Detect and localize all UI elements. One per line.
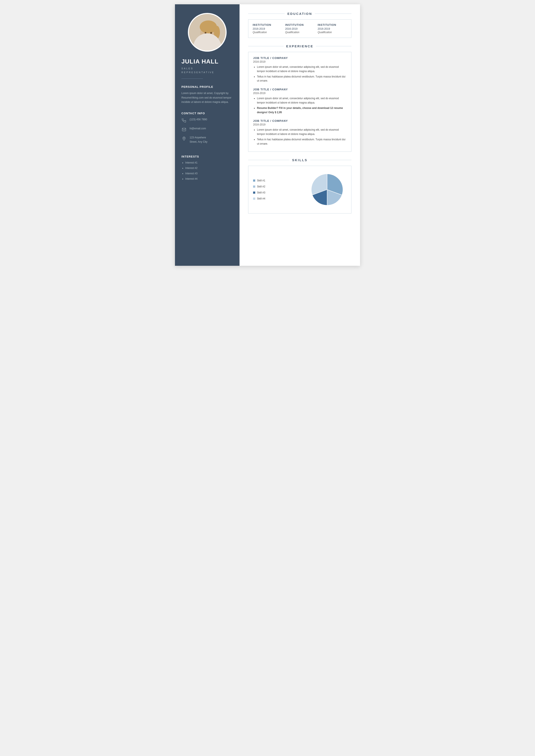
svg-point-10 xyxy=(183,138,184,139)
skill-label-2: Skill #2 xyxy=(257,185,265,188)
email-contact: hi@email.com xyxy=(182,126,233,132)
location-icon xyxy=(182,136,186,141)
skill-legend-item: Skill #1 xyxy=(253,179,265,182)
list-item: Tellus in hac habitasse platea dictumst … xyxy=(257,137,347,146)
job-entry: JOB TITLE / COMPANY 2016-2019 Lorem ipsu… xyxy=(253,88,347,115)
address-text: 123 Anywhere Street, Any City xyxy=(190,136,208,144)
job-year: 2016-2019 xyxy=(253,92,347,95)
edu-year: 2016-2019 xyxy=(318,27,347,30)
education-header: EDUCATION xyxy=(248,12,352,15)
edu-qualification: Qualification xyxy=(318,31,347,34)
skill-color-3 xyxy=(253,191,255,194)
skills-title: SKILLS xyxy=(292,158,307,162)
list-item: Interest #2 xyxy=(185,166,233,170)
education-item: INSTITUTION 2016-2019 Qualification xyxy=(318,23,347,34)
institution-label: INSTITUTION xyxy=(318,23,347,26)
experience-section: EXPERIENCE JOB TITLE / COMPANY 2016-2019… xyxy=(248,44,352,152)
experience-box: JOB TITLE / COMPANY 2016-2019 Lorem ipsu… xyxy=(248,52,352,152)
list-item: Interest #4 xyxy=(185,177,233,181)
skill-legend-item: Skill #2 xyxy=(253,185,265,188)
job-bullets: Lorem ipsum dolor sit amet, consectetur … xyxy=(253,128,347,146)
edu-qualification: Qualification xyxy=(253,31,282,34)
avatar xyxy=(188,13,227,52)
svg-point-7 xyxy=(205,32,206,34)
education-item: INSTITUTION 2016-2019 Qualification xyxy=(285,23,314,34)
full-name: JULIA HALL xyxy=(182,58,218,65)
svg-point-6 xyxy=(202,40,215,45)
skills-inner: Skill #1 Skill #2 Skill #3 Skill #4 xyxy=(253,170,347,209)
email-text: hi@email.com xyxy=(190,126,206,131)
list-item: Resume Builder? Fill in your details, ch… xyxy=(257,106,347,115)
skill-legend-item: Skill #3 xyxy=(253,191,265,194)
skill-label-3: Skill #3 xyxy=(257,191,265,194)
skill-color-4 xyxy=(253,198,255,200)
skill-legend-item: Skill #4 xyxy=(253,197,265,200)
edu-qualification: Qualification xyxy=(285,31,314,34)
header-line-left xyxy=(248,160,290,160)
skill-color-2 xyxy=(253,185,255,188)
institution-label: INSTITUTION xyxy=(253,23,282,26)
job-title-company: JOB TITLE / COMPANY xyxy=(253,56,347,60)
skill-color-1 xyxy=(253,180,255,182)
sidebar: JULIA HALL SALES REPRESENTATIVE PERSONAL… xyxy=(175,4,239,266)
education-item: INSTITUTION 2016-2019 Qualification xyxy=(253,23,282,34)
list-item: Lorem ipsum dolor sit amet, consectetur … xyxy=(257,65,347,73)
skills-legend: Skill #1 Skill #2 Skill #3 Skill #4 xyxy=(253,179,265,200)
interests-heading: INTERESTS xyxy=(182,155,233,158)
skills-header: SKILLS xyxy=(248,158,352,162)
job-entry: JOB TITLE / COMPANY 2016-2019 Lorem ipsu… xyxy=(253,56,347,83)
skills-box: Skill #1 Skill #2 Skill #3 Skill #4 xyxy=(248,166,352,213)
edu-year: 2016-2019 xyxy=(285,27,314,30)
list-item: Interest #3 xyxy=(185,172,233,176)
list-item: Tellus in hac habitasse platea dictumst … xyxy=(257,75,347,83)
svg-point-8 xyxy=(210,32,212,34)
skills-pie-chart xyxy=(308,170,347,209)
job-title: SALES REPRESENTATIVE xyxy=(182,67,214,74)
profile-text: Lorem ipsum dolor sit amet, Copyright by… xyxy=(182,91,233,104)
list-item: Interest #1 xyxy=(185,161,233,165)
edu-year: 2016-2019 xyxy=(253,27,282,30)
skill-label-1: Skill #1 xyxy=(257,179,265,182)
header-line-left xyxy=(248,14,285,14)
job-bullets: Lorem ipsum dolor sit amet, consectetur … xyxy=(253,65,347,83)
education-section: EDUCATION INSTITUTION 2016-2019 Qualific… xyxy=(248,12,352,38)
phone-icon xyxy=(182,118,186,123)
personal-profile-heading: PERSONAL PROFILE xyxy=(182,85,213,89)
job-entry: JOB TITLE / COMPANY 2016-2019 Lorem ipsu… xyxy=(253,119,347,146)
svg-point-5 xyxy=(214,26,220,39)
resume-container: JULIA HALL SALES REPRESENTATIVE PERSONAL… xyxy=(175,4,360,266)
list-item: Lorem ipsum dolor sit amet, consectetur … xyxy=(257,128,347,136)
education-title: EDUCATION xyxy=(287,12,312,15)
education-grid: INSTITUTION 2016-2019 Qualification INST… xyxy=(248,19,352,38)
job-year: 2016-2019 xyxy=(253,123,347,126)
svg-rect-9 xyxy=(182,128,186,131)
header-line-right xyxy=(315,14,352,14)
divider xyxy=(182,78,203,79)
experience-title: EXPERIENCE xyxy=(286,44,314,48)
skill-label-4: Skill #4 xyxy=(257,197,265,200)
contact-section: CONTACT INFO (123) 456 7890 hi@email xyxy=(182,112,233,147)
svg-rect-2 xyxy=(205,37,211,42)
phone-contact: (123) 456 7890 xyxy=(182,118,233,123)
phone-text: (123) 456 7890 xyxy=(190,118,207,122)
interests-section: INTERESTS Interest #1 Interest #2 Intere… xyxy=(182,155,233,182)
address-contact: 123 Anywhere Street, Any City xyxy=(182,136,233,144)
svg-point-1 xyxy=(194,38,222,51)
institution-label: INSTITUTION xyxy=(285,23,314,26)
list-item: Lorem ipsum dolor sit amet, consectetur … xyxy=(257,97,347,105)
skills-section: SKILLS Skill #1 Skill #2 xyxy=(248,158,352,213)
main-content: EDUCATION INSTITUTION 2016-2019 Qualific… xyxy=(239,4,360,266)
job-title-company: JOB TITLE / COMPANY xyxy=(253,119,347,123)
contact-heading: CONTACT INFO xyxy=(182,112,233,115)
job-bullets: Lorem ipsum dolor sit amet, consectetur … xyxy=(253,97,347,115)
email-icon xyxy=(182,127,186,132)
interests-list: Interest #1 Interest #2 Interest #3 Inte… xyxy=(182,161,233,181)
experience-header: EXPERIENCE xyxy=(248,44,352,48)
job-title-company: JOB TITLE / COMPANY xyxy=(253,88,347,91)
header-line-right xyxy=(310,160,352,160)
job-year: 2016-2019 xyxy=(253,60,347,63)
